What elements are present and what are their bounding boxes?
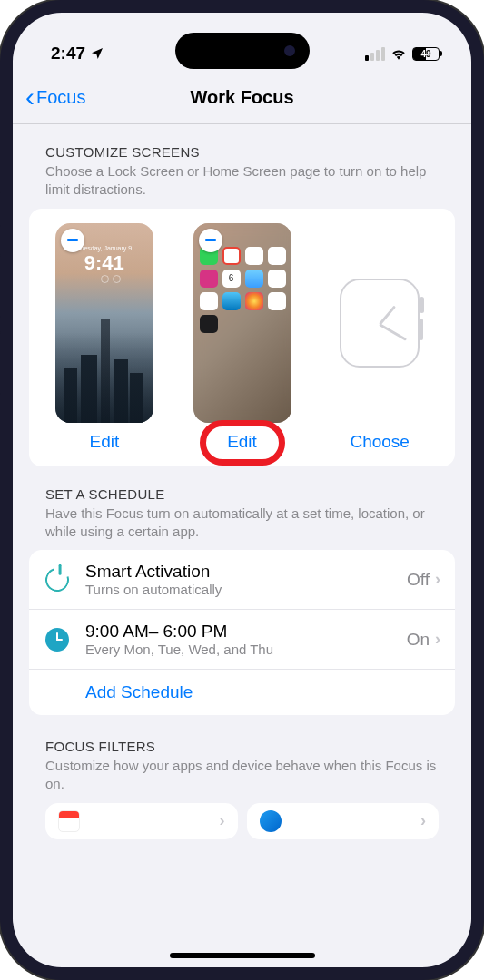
wifi-icon [390,47,407,60]
remove-home-button[interactable] [199,229,222,252]
customize-section: CUSTOMIZE SCREENS Choose a Lock Screen o… [13,124,471,466]
smart-activation-row[interactable]: Smart Activation Turns on automatically … [29,550,455,610]
home-indicator[interactable] [170,953,315,958]
power-icon [41,564,73,595]
content: CUSTOMIZE SCREENS Choose a Lock Screen o… [13,124,471,961]
back-label: Focus [36,87,85,108]
calendar-filter-card[interactable]: › [45,803,238,839]
smart-state: Off [407,570,430,590]
chevron-right-icon: › [435,570,440,589]
side-button-vol-up [0,254,1,318]
watch-thumb[interactable] [331,223,429,423]
filters-desc: Customize how your apps and device behav… [29,757,455,803]
edit-lock-button[interactable]: Edit [89,432,119,452]
add-schedule-button[interactable]: Add Schedule [29,670,455,715]
clock-icon [45,628,69,652]
iphone-frame: 2:47 49 ‹ Focus Work Focus [0,0,484,980]
chevron-right-icon: › [420,811,426,830]
back-button[interactable]: ‹ Focus [25,83,85,111]
home-screen-item: 6 Edit [178,223,307,452]
smart-sub: Turns on automatically [85,582,392,597]
lock-screen-item: Tuesday, January 9 9:41 — Ed [40,223,169,452]
time-state: On [407,630,430,650]
calendar-icon [58,810,80,832]
page-title: Work Focus [190,87,293,108]
smart-title: Smart Activation [85,562,392,582]
safari-filter-card[interactable]: › [247,803,440,839]
time-sub: Every Mon, Tue, Wed, and Thu [85,642,392,657]
customize-desc: Choose a Lock Screen or Home Screen page… [29,162,455,209]
battery-icon: 49 [412,47,442,61]
chevron-right-icon: › [435,630,440,649]
watch-outline-icon [340,279,420,368]
time-title: 9:00 AM– 6:00 PM [85,622,392,642]
schedule-header: SET A SCHEDULE [45,486,164,502]
cellular-icon [365,47,385,61]
screen: 2:47 49 ‹ Focus Work Focus [13,13,471,967]
edit-home-button[interactable]: Edit [227,432,257,452]
filters-header: FOCUS FILTERS [45,739,155,754]
safari-icon [260,810,282,832]
location-icon [90,46,104,61]
side-button-vol-down [0,331,1,395]
schedule-section: SET A SCHEDULE Have this Focus turn on a… [13,466,471,716]
schedule-card: Smart Activation Turns on automatically … [29,550,455,715]
watch-face-item: Choose [315,223,444,452]
chevron-left-icon: ‹ [25,83,35,111]
chevron-right-icon: › [220,811,225,830]
time-schedule-row[interactable]: 9:00 AM– 6:00 PM Every Mon, Tue, Wed, an… [29,610,455,670]
side-button-silent [0,191,1,227]
screens-card: Tuesday, January 9 9:41 — Ed [29,209,455,466]
home-screen-thumb[interactable]: 6 [193,223,291,423]
schedule-desc: Have this Focus turn on automatically at… [29,505,455,551]
highlight-annotation [200,420,285,466]
choose-watch-button[interactable]: Choose [350,432,410,452]
status-time: 2:47 [51,44,85,64]
nav-bar: ‹ Focus Work Focus [13,73,471,124]
customize-header: CUSTOMIZE SCREENS [45,144,200,160]
filters-section: FOCUS FILTERS Customize how your apps an… [13,715,471,839]
remove-lock-button[interactable] [61,229,84,252]
dynamic-island [175,33,310,69]
lock-screen-thumb[interactable]: Tuesday, January 9 9:41 — [55,223,153,423]
